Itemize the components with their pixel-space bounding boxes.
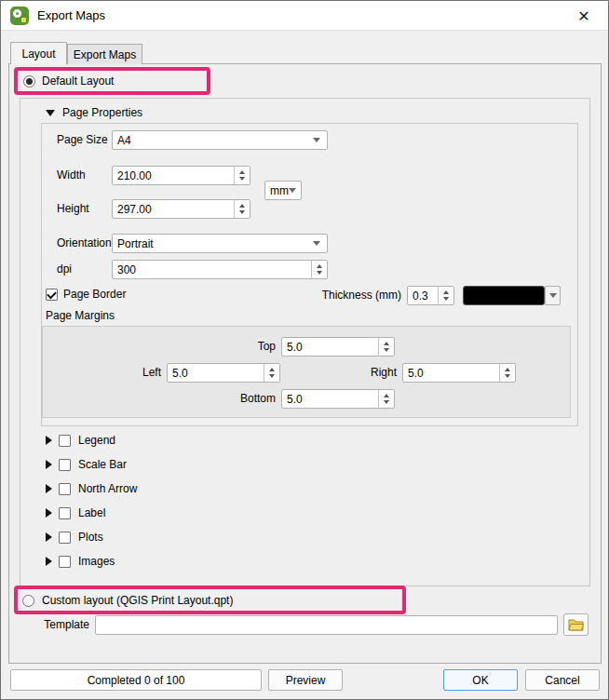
page-size-label: Page Size — [57, 130, 108, 150]
dpi-value: 300 — [113, 263, 136, 276]
margin-left-value: 5.0 — [168, 367, 188, 380]
legend-checkbox[interactable] — [59, 435, 71, 447]
margin-top-spinbox[interactable]: 5.0 — [281, 337, 395, 357]
dpi-spinbox[interactable]: 300 — [112, 260, 328, 279]
close-icon[interactable]: ✕ — [567, 1, 601, 31]
margin-bottom-spinbox[interactable]: 5.0 — [281, 389, 395, 409]
chevron-down-icon — [313, 138, 320, 142]
progress-text: Completed 0 of 100 — [88, 674, 185, 687]
margin-top-value: 5.0 — [282, 341, 303, 354]
page-size-value: A4 — [113, 134, 131, 147]
expand-arrow-icon[interactable] — [46, 460, 52, 469]
page-properties-title: Page Properties — [62, 106, 142, 119]
export-maps-dialog: Export Maps ✕ Layout Export Maps Default… — [0, 0, 609, 700]
window-title: Export Maps — [37, 8, 105, 22]
spin-buttons[interactable] — [264, 364, 279, 382]
spin-up-icon[interactable] — [269, 368, 275, 371]
margin-left-spinbox[interactable]: 5.0 — [167, 363, 280, 383]
dpi-label: dpi — [57, 260, 72, 279]
section-label: North Arrow — [78, 482, 137, 495]
width-spinbox[interactable]: 210.00 — [112, 166, 250, 185]
expand-arrow-icon[interactable] — [46, 557, 52, 566]
plots-checkbox[interactable] — [59, 532, 71, 544]
spin-down-icon[interactable] — [505, 374, 510, 378]
tab-export-maps[interactable]: Export Maps — [67, 44, 142, 64]
progress-bar: Completed 0 of 100 — [10, 669, 262, 691]
thickness-value: 0.3 — [408, 289, 428, 303]
qgis-logo-dot — [21, 18, 26, 22]
orientation-dropdown[interactable]: Portrait — [112, 234, 328, 253]
chevron-down-icon — [313, 241, 320, 246]
scale-bar-checkbox[interactable] — [59, 459, 71, 471]
height-spinbox[interactable]: 297.00 — [112, 199, 250, 219]
spin-buttons[interactable] — [311, 261, 327, 278]
section-label: Label — [78, 506, 105, 519]
north-arrow-checkbox[interactable] — [59, 483, 71, 495]
browse-template-button[interactable] — [563, 613, 589, 636]
page-border-checkbox[interactable] — [46, 289, 58, 301]
spin-buttons[interactable] — [378, 390, 394, 408]
qgis-logo-ring — [13, 9, 21, 18]
margin-left-label: Left — [94, 363, 161, 383]
spin-up-icon[interactable] — [239, 204, 245, 208]
expand-arrow-icon[interactable] — [46, 436, 52, 445]
spin-buttons[interactable] — [234, 200, 250, 218]
spin-down-icon[interactable] — [239, 177, 245, 181]
spin-down-icon[interactable] — [443, 297, 449, 301]
spin-buttons[interactable] — [438, 287, 453, 304]
collapse-arrow-icon[interactable] — [46, 110, 55, 116]
cancel-button[interactable]: Cancel — [525, 669, 600, 691]
label-checkbox[interactable] — [59, 507, 71, 519]
template-label: Template — [38, 615, 89, 635]
spin-up-icon[interactable] — [317, 264, 322, 268]
spin-up-icon[interactable] — [505, 368, 510, 371]
spin-buttons[interactable] — [499, 364, 515, 382]
margin-top-label: Top — [187, 337, 276, 357]
chevron-down-icon — [289, 188, 296, 193]
default-layout-radio[interactable] — [23, 75, 35, 88]
width-label: Width — [57, 166, 86, 185]
section-row-label: Label — [46, 506, 105, 519]
folder-icon — [568, 618, 584, 631]
width-value: 210.00 — [113, 169, 152, 182]
expand-arrow-icon[interactable] — [46, 484, 52, 493]
section-label: Legend — [78, 434, 115, 447]
thickness-label: Thickness (mm) — [308, 286, 401, 305]
tab-layout[interactable]: Layout — [10, 42, 67, 64]
images-checkbox[interactable] — [59, 556, 71, 568]
border-color-button[interactable] — [463, 286, 545, 305]
default-layout-label: Default Layout — [42, 72, 114, 91]
unit-dropdown[interactable]: mm — [264, 181, 302, 200]
page-properties-header[interactable]: Page Properties — [46, 106, 142, 119]
spin-up-icon[interactable] — [443, 290, 449, 294]
section-row-images: Images — [46, 555, 115, 568]
thickness-spinbox[interactable]: 0.3 — [407, 286, 454, 305]
custom-layout-radio[interactable] — [22, 595, 34, 607]
margin-right-spinbox[interactable]: 5.0 — [402, 363, 516, 383]
section-label: Images — [78, 555, 115, 568]
template-input[interactable] — [95, 615, 558, 635]
spin-up-icon[interactable] — [384, 394, 389, 397]
page-size-dropdown[interactable]: A4 — [112, 130, 328, 150]
height-value: 297.00 — [113, 203, 152, 216]
height-label: Height — [57, 199, 89, 219]
spin-up-icon[interactable] — [239, 170, 245, 174]
expand-arrow-icon[interactable] — [46, 532, 52, 542]
spin-down-icon[interactable] — [317, 271, 322, 275]
section-row-plots: Plots — [46, 531, 103, 544]
ok-button[interactable]: OK — [443, 669, 518, 691]
expand-arrow-icon[interactable] — [46, 508, 52, 518]
page-margins-label: Page Margins — [46, 306, 115, 326]
section-row-legend: Legend — [46, 434, 115, 447]
spin-down-icon[interactable] — [269, 374, 275, 378]
spin-up-icon[interactable] — [384, 342, 389, 345]
qgis-logo-icon — [10, 7, 29, 25]
margin-right-value: 5.0 — [403, 367, 424, 380]
spin-buttons[interactable] — [234, 167, 250, 184]
spin-down-icon[interactable] — [239, 210, 245, 214]
spin-down-icon[interactable] — [384, 400, 389, 404]
border-color-dropdown-button[interactable] — [545, 286, 561, 305]
spin-buttons[interactable] — [378, 338, 394, 356]
spin-down-icon[interactable] — [384, 348, 389, 352]
preview-button[interactable]: Preview — [268, 669, 343, 691]
